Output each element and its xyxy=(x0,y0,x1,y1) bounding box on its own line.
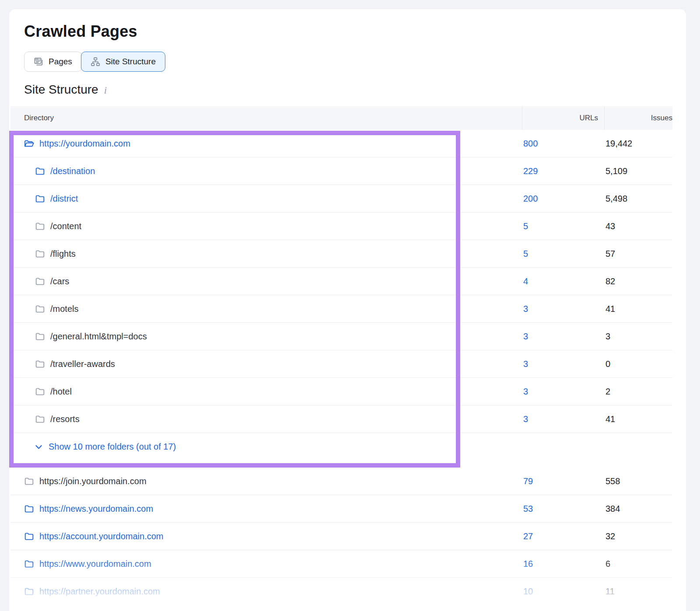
directory-link[interactable]: https://www.yourdomain.com xyxy=(39,559,151,569)
header-divider xyxy=(604,106,605,130)
folder-icon xyxy=(35,167,45,175)
table-row: /destination 229 5,109 xyxy=(10,157,672,185)
issues-value: 43 xyxy=(606,221,615,231)
folder-icon xyxy=(24,504,34,513)
directory-link[interactable]: /destination xyxy=(50,166,95,176)
issues-value: 2 xyxy=(606,387,610,397)
urls-link[interactable]: 79 xyxy=(523,476,533,486)
crawled-pages-card: Crawled Pages Pages Site Structure Site … xyxy=(9,9,686,611)
chevron-down-icon xyxy=(35,444,42,450)
urls-link[interactable]: 3 xyxy=(523,359,528,369)
issues-value: 41 xyxy=(606,304,615,314)
folder-icon xyxy=(35,332,45,341)
urls-link[interactable]: 10 xyxy=(523,587,533,597)
urls-link[interactable]: 4 xyxy=(523,276,528,286)
open-folder-icon xyxy=(24,139,34,148)
table-row: https://account.yourdomain.com 27 32 xyxy=(10,523,672,550)
urls-link[interactable]: 5 xyxy=(523,249,528,259)
column-header-issues: Issues xyxy=(606,114,672,122)
issues-value: 0 xyxy=(606,359,610,369)
show-more-folders-button[interactable]: Show 10 more folders (out of 17) xyxy=(10,433,176,461)
table-row: /resorts 3 41 xyxy=(10,405,672,433)
urls-link[interactable]: 3 xyxy=(523,414,528,424)
table-row: /district 200 5,498 xyxy=(10,185,672,213)
show-more-folders-label[interactable]: Show 10 more folders (out of 17) xyxy=(49,442,176,452)
issues-value: 5,498 xyxy=(606,194,627,204)
highlighted-folder-group: https://yourdomain.com 800 19,442 /desti… xyxy=(10,130,672,468)
folder-icon xyxy=(35,387,45,396)
directory-label: /general.html&tmpl=docs xyxy=(50,332,147,342)
directory-label: /flights xyxy=(50,249,76,259)
table-row: https://partner.yourdomain.com 10 11 xyxy=(10,578,672,605)
issues-value: 57 xyxy=(606,249,615,259)
issues-value: 19,442 xyxy=(606,139,632,149)
table-row: /traveller-awards 3 0 xyxy=(10,350,672,378)
table-row: /general.html&tmpl=docs 3 3 xyxy=(10,323,672,350)
directory-link[interactable]: https://partner.yourdomain.com xyxy=(39,587,160,597)
tab-site-structure[interactable]: Site Structure xyxy=(81,52,165,72)
directory-label: /traveller-awards xyxy=(50,359,115,369)
site-structure-table: Directory URLs Issues https://yourdomain… xyxy=(10,106,672,605)
header-divider xyxy=(522,106,522,130)
table-row: /motels 3 41 xyxy=(10,295,672,323)
folder-icon xyxy=(35,222,45,230)
issues-value: 5,109 xyxy=(606,166,627,176)
table-row: https://yourdomain.com 800 19,442 xyxy=(10,130,672,157)
folder-icon xyxy=(35,415,45,423)
table-header: Directory URLs Issues xyxy=(10,106,672,130)
info-icon[interactable]: i xyxy=(104,83,107,98)
urls-link[interactable]: 229 xyxy=(523,166,538,176)
directory-label: /motels xyxy=(50,304,78,314)
folder-icon xyxy=(35,194,45,203)
tab-pages-label: Pages xyxy=(49,57,72,66)
folder-icon xyxy=(24,559,34,568)
folder-icon xyxy=(35,249,45,258)
table-row: https://join.yourdomain.com 79 558 xyxy=(10,468,672,495)
table-row: https://news.yourdomain.com 53 384 xyxy=(10,495,672,523)
issues-value: 558 xyxy=(606,476,620,486)
directory-link[interactable]: https://news.yourdomain.com xyxy=(39,504,153,514)
view-toggle: Pages Site Structure xyxy=(24,52,686,72)
urls-link[interactable]: 16 xyxy=(523,559,533,569)
folder-icon xyxy=(35,277,45,286)
issues-value: 6 xyxy=(606,559,610,569)
tab-pages[interactable]: Pages xyxy=(24,52,82,72)
directory-link[interactable]: /district xyxy=(50,194,78,204)
tab-site-structure-label: Site Structure xyxy=(105,57,156,66)
urls-link[interactable]: 5 xyxy=(523,221,528,231)
urls-link[interactable]: 3 xyxy=(523,332,528,342)
urls-link[interactable]: 200 xyxy=(523,194,538,204)
table-row: /flights 5 57 xyxy=(10,240,672,268)
directory-label: /content xyxy=(50,221,81,231)
column-header-urls: URLs xyxy=(523,114,598,122)
urls-link[interactable]: 53 xyxy=(523,504,533,514)
folder-icon xyxy=(35,304,45,313)
urls-link[interactable]: 3 xyxy=(523,387,528,397)
folder-icon xyxy=(24,532,34,541)
table-row: /hotel 3 2 xyxy=(10,378,672,405)
column-header-directory: Directory xyxy=(24,114,54,122)
folder-icon xyxy=(35,360,45,368)
sitemap-icon xyxy=(91,57,100,66)
issues-value: 3 xyxy=(606,332,610,342)
urls-link[interactable]: 800 xyxy=(523,139,538,149)
table-row: Show 10 more folders (out of 17) xyxy=(10,433,672,461)
issues-value: 384 xyxy=(606,504,620,514)
table-row: https://www.yourdomain.com 16 6 xyxy=(10,550,672,578)
section-title: Site Structure xyxy=(24,82,98,97)
directory-label: https://join.yourdomain.com xyxy=(39,476,147,486)
folder-icon xyxy=(24,477,34,485)
page-title: Crawled Pages xyxy=(24,22,686,40)
issues-value: 82 xyxy=(606,276,615,286)
urls-link[interactable]: 3 xyxy=(523,304,528,314)
pages-icon xyxy=(34,57,43,66)
table-row: /content 5 43 xyxy=(10,213,672,240)
issues-value: 41 xyxy=(606,414,615,424)
issues-value: 32 xyxy=(606,531,615,541)
directory-link[interactable]: https://account.yourdomain.com xyxy=(39,531,163,541)
directory-link[interactable]: https://yourdomain.com xyxy=(39,139,130,149)
directory-label: /cars xyxy=(50,276,69,286)
directory-label: /resorts xyxy=(50,414,80,424)
urls-link[interactable]: 27 xyxy=(523,531,533,541)
table-row: /cars 4 82 xyxy=(10,268,672,295)
